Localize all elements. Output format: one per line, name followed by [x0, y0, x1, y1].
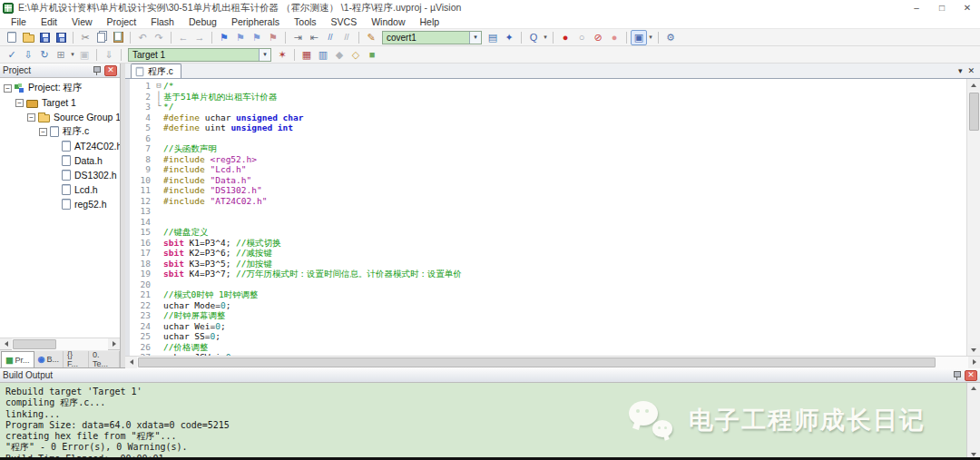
scroll-down-icon[interactable] — [968, 344, 980, 356]
disable-all-breakpoints-button[interactable]: ● — [606, 30, 622, 45]
menu-svcs[interactable]: SVCS — [324, 16, 365, 27]
tree-item[interactable]: Lcd.h — [0, 182, 120, 197]
previous-bookmark-button[interactable]: ⚑ — [232, 30, 249, 45]
editor-hscrollbar[interactable] — [125, 356, 980, 367]
open-file-button[interactable] — [20, 30, 36, 45]
pack-installer-button[interactable]: ■ — [364, 47, 380, 63]
menu-view[interactable]: View — [64, 16, 100, 27]
menu-debug[interactable]: Debug — [181, 16, 224, 27]
line-number: 12 — [125, 196, 154, 207]
toggle-breakpoint-button[interactable]: ○ — [573, 30, 590, 45]
code-lines[interactable]: 1⊟/*2│基于51单片机的出租车计价器3└*/4#define uchar u… — [125, 79, 966, 356]
select-software-packs-button[interactable]: ◆ — [331, 47, 348, 63]
build-output-close-button[interactable]: ✕ — [965, 370, 977, 381]
tree-item[interactable]: reg52.h — [0, 197, 120, 211]
editor-vscrollbar[interactable] — [966, 79, 980, 356]
tab-templates[interactable]: 0. Te... — [89, 351, 120, 367]
tree-item[interactable]: DS1302.h — [0, 168, 120, 182]
find-in-files-button[interactable]: ✎ — [363, 30, 379, 45]
pin-icon[interactable] — [93, 66, 101, 75]
tree-item[interactable]: −Target 1 — [0, 95, 120, 110]
menu-file[interactable]: File — [4, 16, 34, 27]
project-hscroll-track[interactable] — [12, 338, 108, 350]
close-button[interactable]: ✕ — [955, 0, 980, 15]
update-packs-button[interactable]: ◇ — [348, 47, 364, 63]
uncomment-selection-button[interactable]: // — [338, 30, 355, 45]
cut-button[interactable]: ✂ — [77, 30, 93, 45]
toolbar-separator — [521, 32, 522, 44]
close-document-icon[interactable]: ✕ — [967, 66, 975, 75]
minimize-button[interactable]: – — [904, 0, 929, 15]
new-file-button[interactable] — [4, 30, 20, 45]
menu-tools[interactable]: Tools — [287, 16, 324, 27]
window-layout-button[interactable]: ▣ — [631, 30, 647, 45]
next-bookmark-button[interactable]: ⚑ — [249, 30, 265, 45]
pin-icon[interactable] — [953, 371, 961, 380]
tree-item[interactable]: −Source Group 1 — [0, 110, 120, 124]
tree-item[interactable]: Data.h — [0, 153, 120, 168]
kill-all-breakpoints-button[interactable]: ⊘ — [590, 30, 606, 45]
tree-item[interactable]: −Project: 程序 — [0, 81, 120, 95]
manage-project-items-button[interactable]: ▦ — [299, 47, 315, 63]
build-target-button[interactable]: ⇩ — [20, 47, 36, 63]
menu-flash[interactable]: Flash — [143, 16, 181, 27]
menu-peripherals[interactable]: Peripherals — [224, 16, 287, 27]
batch-build-button[interactable]: ⊞ — [53, 47, 69, 63]
editor-vscroll-thumb[interactable] — [969, 93, 979, 131]
insert-breakpoint-button[interactable]: ● — [557, 30, 573, 45]
menu-window[interactable]: Window — [364, 16, 412, 27]
translate-file-button[interactable]: ✓ — [4, 47, 20, 63]
build-output-vscrollbar[interactable] — [966, 383, 980, 460]
download-button[interactable]: ⇓ — [101, 47, 117, 63]
comment-selection-button[interactable]: // — [322, 30, 338, 45]
search-document-button[interactable]: ▤ — [485, 30, 501, 45]
navigate-forward-button[interactable]: → — [191, 30, 208, 45]
unindent-button[interactable]: ⇤ — [306, 30, 322, 45]
undo-button[interactable]: ↶ — [134, 30, 151, 45]
line-number: 4 — [125, 113, 154, 123]
clear-bookmarks-button[interactable]: ⚑ — [265, 30, 281, 45]
indent-button[interactable]: ⇥ — [289, 30, 306, 45]
tab-project[interactable]: ▦Pr... — [1, 351, 34, 367]
insert-bookmark-button[interactable]: ⚑ — [216, 30, 232, 45]
paste-button[interactable] — [110, 30, 126, 45]
scroll-right-icon[interactable] — [108, 338, 120, 350]
scroll-left-icon[interactable] — [0, 338, 12, 350]
menu-project[interactable]: Project — [100, 16, 144, 27]
options-for-target-button[interactable]: ✶ — [274, 47, 290, 63]
tree-item[interactable]: −程序.c — [0, 124, 120, 139]
expander-icon[interactable]: − — [15, 99, 24, 107]
tab-functions[interactable]: {} F... — [64, 351, 89, 367]
project-panel-close-button[interactable]: ✕ — [104, 65, 117, 76]
tab-list-icon[interactable]: ▾ — [958, 66, 963, 75]
scroll-up-icon[interactable] — [968, 79, 980, 91]
code-line: 25uchar SS=0; — [125, 331, 966, 342]
expander-icon[interactable]: − — [27, 113, 35, 122]
project-hscrollbar[interactable] — [0, 338, 120, 349]
search-combobox[interactable]: covert1▾ — [382, 31, 482, 44]
copy-button[interactable] — [93, 30, 110, 45]
save-button[interactable] — [36, 30, 53, 45]
editor-hscroll-track[interactable] — [137, 357, 968, 368]
manage-books-button[interactable]: ▥ — [315, 47, 331, 63]
save-all-button[interactable] — [53, 30, 69, 45]
editor-tab-source-file[interactable]: 程序.c — [131, 64, 181, 78]
menu-edit[interactable]: Edit — [34, 16, 64, 27]
reference-lookup-button[interactable]: ✦ — [501, 30, 517, 45]
target-combobox[interactable]: Target 1▾ — [128, 48, 271, 62]
expander-icon[interactable]: − — [4, 84, 12, 93]
tab-books[interactable]: ◉B... — [34, 351, 64, 367]
stop-build-button[interactable]: ▣ — [76, 47, 93, 63]
navigate-back-button[interactable]: ← — [175, 30, 191, 45]
expander-icon[interactable]: − — [39, 128, 47, 136]
scroll-left-icon[interactable] — [125, 357, 137, 368]
code-line: 24uchar Wei=0; — [125, 321, 966, 332]
maximize-button[interactable]: □ — [929, 0, 955, 15]
rebuild-all-button[interactable]: ↻ — [36, 47, 53, 63]
redo-button[interactable]: ↷ — [151, 30, 167, 45]
tree-item[interactable]: AT24C02.h — [0, 139, 120, 153]
scroll-right-icon[interactable] — [968, 357, 980, 368]
find-button[interactable]: Q — [525, 30, 542, 45]
configure-uvision-button[interactable]: ⚙ — [662, 30, 679, 45]
menu-help[interactable]: Help — [413, 16, 447, 27]
